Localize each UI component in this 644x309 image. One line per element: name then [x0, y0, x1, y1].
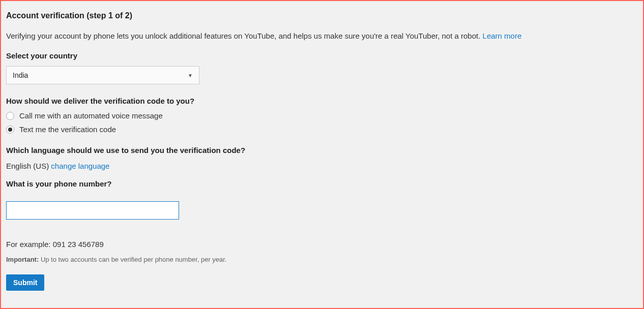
radio-icon	[6, 126, 14, 134]
important-note: Important: Up to two accounts can be ver…	[6, 256, 638, 263]
intro-text: Verifying your account by phone lets you…	[6, 30, 638, 41]
submit-button[interactable]: Submit	[6, 274, 44, 291]
country-label: Select your country	[6, 51, 638, 60]
change-language-link[interactable]: change language	[51, 162, 109, 170]
radio-icon	[6, 112, 14, 120]
phone-example: For example: 091 23 456789	[6, 240, 638, 249]
delivery-option-call[interactable]: Call me with an automated voice message	[6, 111, 638, 120]
delivery-option-text-label: Text me the verification code	[19, 125, 116, 134]
intro-body: Verifying your account by phone lets you…	[6, 32, 483, 40]
country-select[interactable]: India ▼	[6, 66, 199, 84]
language-current: English (US)	[6, 162, 51, 170]
language-row: English (US) change language	[6, 162, 638, 170]
delivery-option-text[interactable]: Text me the verification code	[6, 125, 638, 134]
important-label: Important:	[6, 256, 39, 263]
phone-input[interactable]	[6, 201, 179, 220]
delivery-option-call-label: Call me with an automated voice message	[19, 111, 163, 120]
important-text: Up to two accounts can be verified per p…	[39, 256, 226, 263]
delivery-label: How should we deliver the verification c…	[6, 97, 638, 105]
page-title: Account verification (step 1 of 2)	[6, 11, 638, 20]
learn-more-link[interactable]: Learn more	[483, 32, 522, 40]
phone-label: What is your phone number?	[6, 179, 638, 188]
verification-panel: Account verification (step 1 of 2) Verif…	[0, 0, 644, 309]
chevron-down-icon: ▼	[188, 73, 193, 78]
country-selected-value: India	[13, 71, 28, 79]
language-label: Which language should we use to send you…	[6, 146, 638, 154]
